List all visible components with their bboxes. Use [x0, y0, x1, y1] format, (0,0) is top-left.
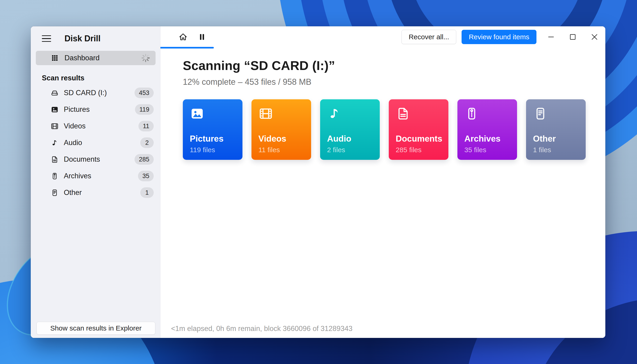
app-window: Disk Drill Dashboard Scan results SD CAR… [31, 26, 605, 338]
doc-icon [396, 106, 410, 121]
card-file-count: 119 files [190, 146, 236, 154]
file-lines-icon [533, 106, 548, 121]
close-button[interactable] [587, 30, 602, 44]
sidebar-item-other[interactable]: Other 1 [31, 184, 160, 201]
category-card-documents[interactable]: Documents 285 files [389, 99, 448, 160]
minimize-button[interactable] [544, 30, 558, 44]
window-controls [544, 30, 602, 44]
sidebar-item-label: Other [64, 188, 82, 197]
zip-icon [51, 172, 59, 180]
sidebar-item-label: Videos [64, 122, 86, 130]
card-file-count: 285 files [396, 146, 441, 154]
page-title: Scanning “SD CARD (I:)” [183, 58, 591, 73]
main-panel: Scanning “SD CARD (I:)” 12% complete – 4… [160, 48, 605, 338]
sidebar-item-audio[interactable]: Audio 2 [31, 134, 160, 151]
card-spacer [396, 121, 441, 134]
sidebar-item-label: Documents [64, 155, 100, 164]
zip-icon [464, 106, 479, 121]
scan-results-list: SD CARD (I:) 453 Pictures 119 Videos 11 … [31, 84, 160, 201]
sidebar-item-documents[interactable]: Documents 285 [31, 151, 160, 168]
file-count-badge: 1 [140, 187, 154, 198]
sidebar-header: Disk Drill [31, 26, 160, 51]
sidebar: Disk Drill Dashboard Scan results SD CAR… [31, 26, 160, 338]
scan-progress-text: 12% complete – 453 files / 958 MB [183, 77, 591, 87]
card-title: Other [533, 134, 579, 144]
category-card-other[interactable]: Other 1 files [526, 99, 586, 160]
category-card-archives[interactable]: Archives 35 files [457, 99, 517, 160]
doc-icon [51, 156, 59, 164]
close-icon [590, 32, 599, 42]
home-button[interactable] [177, 30, 190, 44]
card-title: Archives [464, 134, 510, 144]
category-card-audio[interactable]: Audio 2 files [320, 99, 380, 160]
scanning-spinner-icon [141, 53, 151, 63]
card-file-count: 35 files [464, 146, 510, 154]
card-title: Pictures [190, 134, 236, 144]
sidebar-item-sd-card[interactable]: SD CARD (I:) 453 [31, 84, 160, 101]
drive-icon [51, 89, 59, 97]
scan-progress-bar [160, 47, 214, 48]
card-file-count: 11 files [258, 146, 304, 154]
category-cards: Pictures 119 files Videos 11 files Audio… [183, 99, 591, 160]
film-icon [258, 106, 273, 121]
dashboard-grid-icon [51, 54, 59, 62]
sidebar-footer: Show scan results in Explorer [31, 322, 160, 338]
note-icon [51, 139, 59, 147]
minimize-icon [546, 32, 556, 42]
maximize-button[interactable] [565, 30, 580, 44]
note-icon [327, 106, 342, 121]
menu-button[interactable] [42, 35, 53, 42]
app-title: Disk Drill [65, 34, 101, 44]
file-count-badge: 11 [139, 121, 154, 132]
home-icon [178, 32, 188, 42]
category-card-pictures[interactable]: Pictures 119 files [183, 99, 242, 160]
recover-all-button[interactable]: Recover all... [401, 30, 456, 44]
sidebar-item-videos[interactable]: Videos 11 [31, 118, 160, 134]
card-file-count: 2 files [327, 146, 373, 154]
file-count-badge: 2 [140, 138, 154, 148]
film-icon [51, 122, 59, 130]
review-found-items-button[interactable]: Review found items [462, 30, 536, 44]
card-spacer [533, 121, 579, 134]
sidebar-item-pictures[interactable]: Pictures 119 [31, 101, 160, 118]
card-file-count: 1 files [533, 146, 579, 154]
file-lines-icon [51, 189, 59, 197]
sidebar-item-label: Audio [64, 138, 82, 147]
file-count-badge: 35 [138, 171, 154, 181]
pause-icon [197, 32, 207, 42]
sidebar-item-label: Pictures [64, 105, 90, 114]
file-count-badge: 285 [135, 154, 154, 165]
file-count-badge: 119 [135, 104, 154, 115]
card-spacer [190, 121, 236, 134]
category-card-videos[interactable]: Videos 11 files [251, 99, 311, 160]
card-title: Audio [327, 134, 373, 144]
maximize-icon [568, 32, 577, 42]
scan-status-text: <1m elapsed, 0h 6m remain, block 3660096… [171, 324, 352, 333]
card-spacer [258, 121, 304, 134]
sidebar-item-label: SD CARD (I:) [64, 89, 107, 97]
sidebar-item-label: Dashboard [65, 54, 100, 62]
content-area: Recover all... Review found items Scanni… [160, 26, 605, 338]
image-icon [51, 106, 59, 114]
toolbar: Recover all... Review found items [160, 26, 605, 48]
card-title: Documents [396, 134, 441, 144]
card-spacer [327, 121, 373, 134]
sidebar-item-label: Archives [64, 172, 91, 180]
image-icon [190, 106, 205, 121]
scan-results-heading: Scan results [42, 74, 160, 82]
card-spacer [464, 121, 510, 134]
sidebar-item-dashboard[interactable]: Dashboard [36, 51, 156, 65]
show-in-explorer-button[interactable]: Show scan results in Explorer [37, 322, 155, 335]
pause-button[interactable] [196, 30, 209, 44]
card-title: Videos [258, 134, 304, 144]
file-count-badge: 453 [135, 88, 154, 98]
sidebar-item-archives[interactable]: Archives 35 [31, 168, 160, 184]
